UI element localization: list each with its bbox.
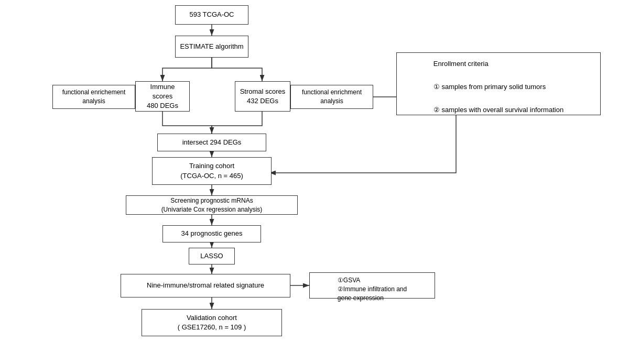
box-lasso: LASSO (189, 248, 235, 264)
box-nine-immune: Nine-immune/stromal related signature (121, 274, 290, 297)
box-estimate: ESTIMATE algorithm (175, 36, 248, 58)
flowchart-diagram: 593 TCGA-OC ESTIMATE algorithm Immune sc… (0, 0, 629, 364)
box-screening: Screening prognostic mRNAs (Univariate C… (126, 195, 298, 215)
box-tcga: 593 TCGA-OC (175, 5, 248, 25)
box-func-left: functional enrichement analysis (52, 85, 135, 109)
box-immune: Immune scores 480 DEGs (135, 81, 190, 112)
box-enrollment: Enrollment criteria ① samples from prima… (396, 52, 601, 115)
box-stromal: Stromal scores 432 DEGs (235, 81, 290, 112)
box-func-right: functional enrichment analysis (290, 85, 373, 109)
box-gsva: ①GSVA ②Immune infiltration and gene expr… (309, 272, 435, 299)
box-intersect: intersect 294 DEGs (157, 134, 266, 151)
box-prognostic: 34 prognostic genes (162, 225, 261, 242)
box-validation: Validation cohort ( GSE17260, n = 109 ) (142, 309, 282, 336)
box-training: Training cohort (TCGA-OC, n = 465) (152, 157, 272, 185)
